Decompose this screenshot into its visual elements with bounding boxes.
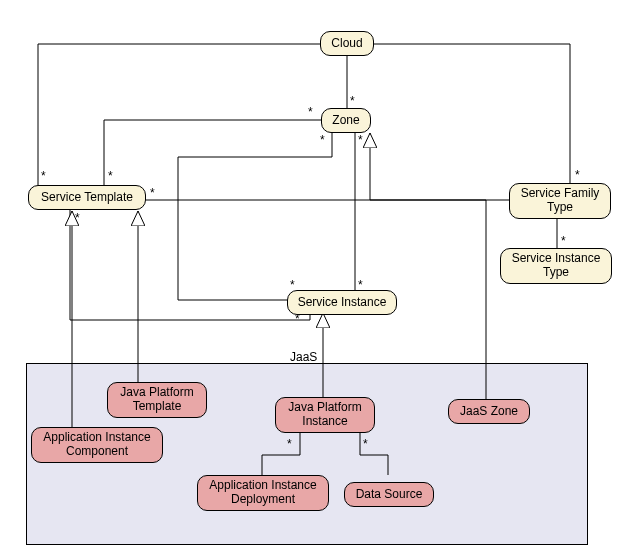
mult: *: [150, 186, 155, 200]
node-data-source: Data Source: [344, 482, 434, 507]
node-label: Service Instance: [298, 296, 387, 310]
node-service-family-type: Service Family Type: [509, 183, 611, 219]
mult: *: [75, 211, 80, 225]
node-service-instance: Service Instance: [287, 290, 397, 315]
diagram-canvas: JaaS: [0, 0, 630, 560]
node-service-instance-type: Service Instance Type: [500, 248, 612, 284]
mult: *: [308, 105, 313, 119]
node-label: JaaS Zone: [460, 405, 518, 419]
node-label: Service Template: [41, 191, 133, 205]
node-label: Service Family Type: [521, 187, 600, 215]
node-label: Application Instance Component: [43, 431, 150, 459]
node-service-template: Service Template: [28, 185, 146, 210]
node-label: Data Source: [356, 488, 423, 502]
node-application-instance-deployment: Application Instance Deployment: [197, 475, 329, 511]
node-label: Application Instance Deployment: [209, 479, 316, 507]
mult: *: [575, 168, 580, 182]
mult: *: [350, 94, 355, 108]
mult: *: [363, 437, 368, 451]
mult: *: [287, 437, 292, 451]
mult: *: [561, 234, 566, 248]
node-label: Service Instance Type: [512, 252, 601, 280]
jaas-container-label: JaaS: [290, 350, 317, 364]
mult: *: [358, 133, 363, 147]
node-label: Java Platform Instance: [288, 401, 361, 429]
node-application-instance-component: Application Instance Component: [31, 427, 163, 463]
node-label: Java Platform Template: [120, 386, 193, 414]
node-java-platform-instance: Java Platform Instance: [275, 397, 375, 433]
mult: *: [41, 169, 46, 183]
node-cloud: Cloud: [320, 31, 374, 56]
node-label: Zone: [332, 114, 359, 128]
node-label: Cloud: [331, 37, 362, 51]
node-java-platform-template: Java Platform Template: [107, 382, 207, 418]
mult: *: [320, 133, 325, 147]
node-zone: Zone: [321, 108, 371, 133]
mult: *: [108, 169, 113, 183]
node-jaas-zone: JaaS Zone: [448, 399, 530, 424]
